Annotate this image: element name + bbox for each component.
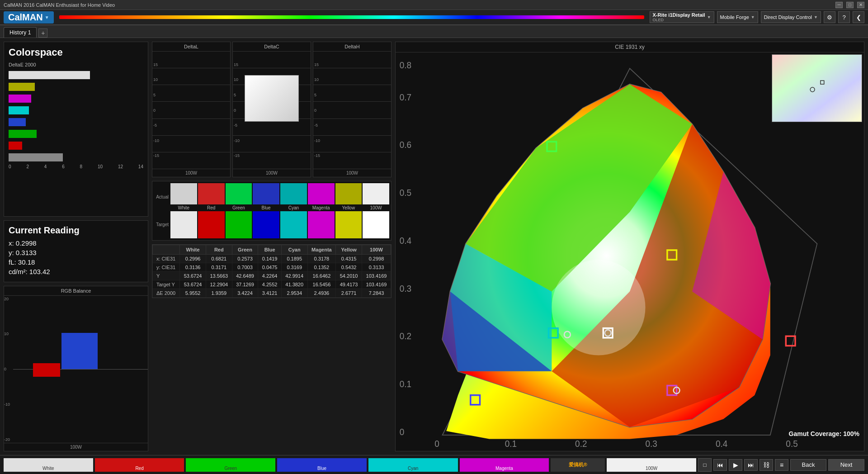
bottom-swatch-magenta[interactable]: Magenta bbox=[460, 458, 549, 472]
settings-button[interactable]: ⚙ bbox=[824, 11, 835, 23]
bottom-swatch-cyan[interactable]: Cyan bbox=[368, 458, 458, 472]
swatch-label: White bbox=[170, 204, 197, 210]
logo-dropdown-arrow[interactable]: ▼ bbox=[45, 15, 49, 20]
nav-skip-button[interactable]: ⏭ bbox=[744, 459, 758, 471]
bar-row bbox=[9, 105, 143, 115]
device1-dropdown[interactable]: X-Rite i1Display Retail OLED ▼ bbox=[650, 11, 714, 23]
svg-text:0.4: 0.4 bbox=[716, 439, 728, 449]
bar-fill-red bbox=[9, 142, 22, 150]
table-cell: 0.1352 bbox=[307, 263, 336, 272]
svg-text:0: 0 bbox=[400, 427, 405, 437]
swatch-actual-yellow: Yellow bbox=[335, 183, 362, 210]
table-row-label: x: CIE31 bbox=[153, 255, 180, 263]
bottom-swatch-100w[interactable]: 100W bbox=[607, 458, 696, 472]
table-header: 100W bbox=[362, 245, 391, 255]
table-row: Y53.672413.566342.64894.226442.991416.64… bbox=[153, 272, 391, 280]
table-header: Red bbox=[206, 245, 232, 255]
add-tab-button[interactable]: + bbox=[38, 28, 47, 38]
table-cell: 0.3169 bbox=[281, 263, 307, 272]
table-cell: 53.6724 bbox=[180, 272, 206, 280]
gamut-coverage-text: Gamut Coverage: 100% bbox=[789, 430, 859, 437]
delta-h-grid bbox=[313, 52, 391, 169]
maximize-button[interactable]: □ bbox=[846, 2, 854, 8]
swatch-target-100w bbox=[363, 211, 389, 238]
bottom-swatch-white[interactable]: White bbox=[4, 458, 93, 472]
actual-swatches: WhiteRedGreenBlueCyanMagentaYellow100W bbox=[170, 183, 389, 210]
data-table: WhiteRedGreenBlueCyanMagentaYellow100W x… bbox=[152, 245, 391, 298]
colorspace-title: Colorspace bbox=[9, 47, 143, 58]
cie-title: CIE 1931 xy bbox=[396, 42, 864, 52]
swatch-label: 100W bbox=[363, 204, 389, 210]
bar-fill-100w bbox=[9, 153, 63, 161]
logo-watermark: 爱搞机® bbox=[569, 461, 587, 468]
delta-h-title: DeltaH bbox=[313, 42, 391, 52]
table-cell: 2.9534 bbox=[281, 289, 307, 298]
swatch-actual-white: White bbox=[170, 183, 197, 210]
table-cell: 16.6462 bbox=[307, 272, 336, 280]
swatch-labels: Actual Target bbox=[154, 183, 170, 238]
table-cell: 3.4224 bbox=[232, 289, 258, 298]
swatch-actual-green: Green bbox=[226, 183, 252, 210]
table-cell: 0.5432 bbox=[336, 263, 362, 272]
delta-l-bottom: 100W bbox=[152, 169, 230, 177]
nav-link-button[interactable]: ⛓ bbox=[760, 459, 773, 471]
bottom-swatch-green[interactable]: Green bbox=[186, 458, 275, 472]
nav-prev-button[interactable]: ⏮ bbox=[713, 459, 727, 471]
left-panel: Colorspace DeltaE 2000 0 2 4 6 8 10 12 bbox=[4, 42, 148, 451]
bottom-logo: 爱搞机® bbox=[551, 458, 605, 472]
table-cell: 54.2010 bbox=[336, 272, 362, 280]
table-cell: 16.5456 bbox=[307, 280, 336, 289]
bar-row bbox=[9, 117, 143, 127]
back-button[interactable]: Back bbox=[790, 459, 826, 471]
swatch-actual-cyan: Cyan bbox=[280, 183, 307, 210]
swatch-color bbox=[170, 183, 197, 204]
swatch-label: Blue bbox=[253, 204, 279, 210]
bottom-swatch-red[interactable]: Red bbox=[95, 458, 184, 472]
tab-history1[interactable]: History 1 bbox=[4, 27, 37, 38]
header-controls: X-Rite i1Display Retail OLED ▼ Mobile Fo… bbox=[650, 11, 865, 23]
swatch-label: Green bbox=[226, 204, 252, 210]
nav-rewind-button[interactable]: ▶ bbox=[729, 459, 742, 471]
swatch-color bbox=[363, 211, 389, 238]
table-row: y: CIE310.31360.31710.70030.04750.31690.… bbox=[153, 263, 391, 272]
middle-panel: DeltaL 15 10 5 0 -5 bbox=[152, 42, 392, 451]
swatch-label: Cyan bbox=[280, 204, 307, 210]
back-nav-button[interactable]: ❮ bbox=[853, 11, 864, 23]
cie-body: 0 0.1 0.2 0.3 0.4 0.5 0 0.1 0.2 0.3 0.4 … bbox=[396, 52, 864, 451]
swatch-label: Magenta bbox=[308, 204, 335, 210]
minimize-button[interactable]: ─ bbox=[835, 2, 843, 8]
swatch-target-green bbox=[226, 211, 252, 238]
table-cell: 13.5663 bbox=[206, 272, 232, 280]
bar-row bbox=[9, 82, 143, 92]
main-content: Colorspace DeltaE 2000 0 2 4 6 8 10 12 bbox=[0, 38, 868, 455]
bar-row bbox=[9, 141, 143, 151]
table-header bbox=[153, 245, 180, 255]
swatch-label: Red bbox=[198, 204, 225, 210]
bottom-swatch-blue[interactable]: Blue bbox=[277, 458, 367, 472]
nav-square-button[interactable]: □ bbox=[698, 458, 712, 472]
device2-dropdown[interactable]: Mobile Forge ▼ bbox=[717, 11, 758, 23]
table-header: White bbox=[180, 245, 206, 255]
rgb-blue-bar bbox=[61, 333, 98, 369]
table-cell: 3.4121 bbox=[258, 289, 282, 298]
target-label: Target bbox=[156, 211, 169, 238]
close-button[interactable]: ✕ bbox=[857, 2, 864, 8]
svg-text:0.3: 0.3 bbox=[646, 439, 657, 449]
swatches-grid: WhiteRedGreenBlueCyanMagentaYellow100W bbox=[170, 183, 389, 238]
colorspace-section: Colorspace DeltaE 2000 0 2 4 6 8 10 12 bbox=[4, 42, 148, 217]
help-button[interactable]: ? bbox=[838, 11, 850, 23]
bar-fill-blue bbox=[9, 118, 26, 126]
svg-text:0.8: 0.8 bbox=[400, 61, 411, 70]
swatch-target-blue bbox=[253, 211, 279, 238]
nav-extra-button[interactable]: ≡ bbox=[775, 459, 788, 471]
delta-l-y-labels: 15 10 5 0 -5 -10 -15 bbox=[153, 52, 159, 169]
delta-c-y-labels: 15 10 5 0 -5 -10 -15 bbox=[234, 52, 240, 169]
table-cell: 0.2573 bbox=[232, 255, 258, 263]
device2-arrow-icon: ▼ bbox=[751, 15, 755, 19]
table-cell: 103.4169 bbox=[362, 272, 391, 280]
table-cell: 42.6489 bbox=[232, 272, 258, 280]
bar-fill-white bbox=[9, 71, 90, 79]
table-cell: 0.1895 bbox=[281, 255, 307, 263]
device3-dropdown[interactable]: Direct Display Control ▼ bbox=[761, 11, 821, 23]
next-button[interactable]: Next bbox=[828, 459, 864, 471]
